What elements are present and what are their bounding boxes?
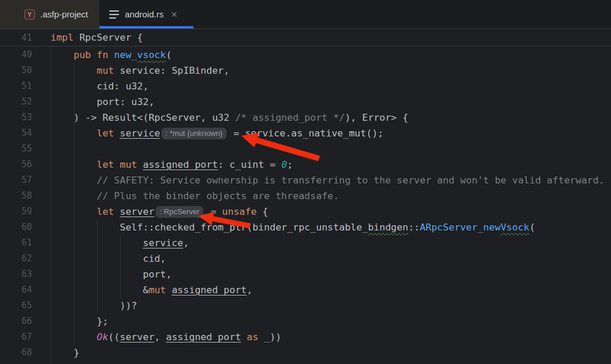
code-token: RpcServer { bbox=[74, 32, 143, 43]
ide-window: Y .asfp-project android.rs × 41impl RpcS… bbox=[0, 0, 611, 364]
code-token bbox=[114, 128, 120, 139]
line-number[interactable]: 68 bbox=[0, 345, 32, 361]
code-token: ( bbox=[530, 222, 535, 233]
code-line-60[interactable]: 60 Self::checked_from_ptr(binder_rpc_uns… bbox=[0, 219, 611, 235]
code-token: ARpcServer_new bbox=[420, 222, 501, 233]
code-line-52[interactable]: 52 port: u32, bbox=[0, 94, 611, 110]
code-token: assigned_port bbox=[166, 331, 241, 343]
code-line-54[interactable]: 54 let service: *mut {unknown} = service… bbox=[0, 125, 611, 141]
code-token: , bbox=[184, 237, 189, 248]
code-line-53[interactable]: 53 ) -> Result<(RpcServer, u32 /* assign… bbox=[0, 110, 611, 125]
active-tab-underline bbox=[99, 26, 193, 28]
code-token: Self::checked_from_ptr(binder_rpc_unstab… bbox=[51, 222, 368, 233]
code-token: :: bbox=[408, 222, 420, 233]
line-number[interactable]: 60 bbox=[0, 219, 32, 235]
code-token: // SAFETY: Service ownership is transfer… bbox=[96, 175, 604, 186]
code-line-55[interactable]: 55 bbox=[0, 141, 611, 157]
code-line-58[interactable]: 58 // Plus the binder objects are thread… bbox=[0, 188, 611, 204]
code-line-68[interactable]: 68 } bbox=[0, 345, 611, 361]
code-line-66[interactable]: 66 }; bbox=[0, 313, 611, 329]
code-line-57[interactable]: 57 // SAFETY: Service ownership is trans… bbox=[0, 172, 611, 188]
indent-guide bbox=[74, 63, 74, 345]
code-token: // Plus the binder objects are threadsaf… bbox=[96, 190, 339, 201]
line-number[interactable]: 59 bbox=[0, 204, 32, 219]
code-token: bindgen bbox=[368, 222, 408, 233]
close-icon[interactable]: × bbox=[171, 9, 178, 20]
code-token bbox=[51, 49, 74, 60]
code-text: Ok((server, assigned_port as _)) bbox=[51, 329, 281, 345]
code-text: ) -> Result<(RpcServer, u32 /* assigned_… bbox=[51, 110, 408, 125]
sticky-line-header[interactable]: 41impl RpcServer { bbox=[0, 30, 611, 46]
line-number[interactable]: 61 bbox=[0, 235, 32, 251]
code-line-50[interactable]: 50 mut service: SpIBinder, bbox=[0, 63, 611, 78]
file-lines-icon bbox=[109, 10, 120, 19]
code-token: Ok bbox=[96, 331, 108, 343]
code-token: ; bbox=[287, 159, 293, 170]
code-text: port, bbox=[51, 266, 172, 282]
code-token: (( bbox=[108, 331, 120, 343]
line-number[interactable]: 57 bbox=[0, 172, 32, 188]
inlay-type-hint: : *mut {unknown} bbox=[161, 128, 227, 139]
code-editor: 49 pub fn new_vsock(50 mut service: SpIB… bbox=[0, 47, 611, 361]
code-line-62[interactable]: 62 cid, bbox=[0, 251, 611, 266]
code-text: let mut assigned_port: c_uint = 0; bbox=[51, 157, 293, 172]
code-token: }; bbox=[51, 316, 108, 327]
code-token: cid: u32, bbox=[51, 81, 149, 92]
code-text: ))? bbox=[51, 298, 137, 313]
line-number[interactable]: 51 bbox=[0, 78, 32, 94]
code-token: mut bbox=[96, 65, 114, 76]
code-text: cid, bbox=[51, 251, 166, 266]
line-number[interactable]: 64 bbox=[0, 282, 32, 298]
code-token: /* assigned_port */ bbox=[235, 112, 345, 123]
line-number[interactable]: 63 bbox=[0, 266, 32, 282]
code-text: port: u32, bbox=[51, 94, 154, 110]
tab-android-rs[interactable]: android.rs × bbox=[99, 0, 193, 28]
code-token: = bbox=[204, 206, 222, 217]
code-line-59[interactable]: 59 let server: RpcServer = unsafe { bbox=[0, 204, 611, 219]
code-token: impl bbox=[51, 32, 74, 43]
code-line-64[interactable]: 64 &mut assigned_port, bbox=[0, 282, 611, 298]
code-token bbox=[241, 331, 247, 343]
line-number[interactable]: 50 bbox=[0, 63, 32, 78]
line-number[interactable]: 66 bbox=[0, 313, 32, 329]
code-line-65[interactable]: 65 ))? bbox=[0, 298, 611, 313]
code-token bbox=[137, 159, 143, 170]
code-token bbox=[114, 206, 120, 217]
code-text: Self::checked_from_ptr(binder_rpc_unstab… bbox=[51, 219, 535, 235]
code-token: let bbox=[96, 159, 114, 170]
code-line-41[interactable]: 41impl RpcServer { bbox=[0, 30, 611, 46]
code-token: 0 bbox=[281, 159, 287, 170]
line-number[interactable]: 55 bbox=[0, 141, 32, 157]
line-number[interactable]: 52 bbox=[0, 94, 32, 110]
code-token: port, bbox=[51, 269, 172, 280]
code-token bbox=[91, 49, 97, 60]
code-line-67[interactable]: 67 Ok((server, assigned_port as _)) bbox=[0, 329, 611, 345]
line-number[interactable]: 56 bbox=[0, 157, 32, 172]
code-token bbox=[108, 49, 114, 60]
code-token: pub bbox=[74, 49, 91, 60]
code-text: &mut assigned_port, bbox=[51, 282, 253, 298]
code-line-61[interactable]: 61 service, bbox=[0, 235, 611, 251]
code-line-63[interactable]: 63 port, bbox=[0, 266, 611, 282]
code-line-49[interactable]: 49 pub fn new_vsock( bbox=[0, 47, 611, 63]
line-number[interactable]: 67 bbox=[0, 329, 32, 345]
code-text: // Plus the binder objects are threadsaf… bbox=[51, 188, 339, 204]
line-number[interactable]: 53 bbox=[0, 110, 32, 125]
code-token: & bbox=[51, 284, 149, 295]
code-token: ( bbox=[166, 49, 172, 60]
tab-asfp-project[interactable]: Y .asfp-project bbox=[0, 0, 99, 28]
code-line-51[interactable]: 51 cid: u32, bbox=[0, 78, 611, 94]
line-number[interactable]: 62 bbox=[0, 251, 32, 266]
code-text: cid: u32, bbox=[51, 78, 149, 94]
line-number[interactable]: 49 bbox=[0, 47, 32, 63]
code-token: service: SpIBinder, bbox=[114, 65, 229, 76]
code-token: assigned_port bbox=[172, 284, 247, 295]
code-line-56[interactable]: 56 let mut assigned_port: c_uint = 0; bbox=[0, 157, 611, 172]
line-number[interactable]: 41 bbox=[0, 30, 32, 46]
line-number[interactable]: 65 bbox=[0, 298, 32, 313]
code-text: impl RpcServer { bbox=[51, 30, 143, 46]
code-token: assigned_port bbox=[143, 159, 218, 170]
line-number[interactable]: 54 bbox=[0, 125, 32, 141]
inlay-type-hint: : RpcServer bbox=[156, 206, 204, 218]
line-number[interactable]: 58 bbox=[0, 188, 32, 204]
